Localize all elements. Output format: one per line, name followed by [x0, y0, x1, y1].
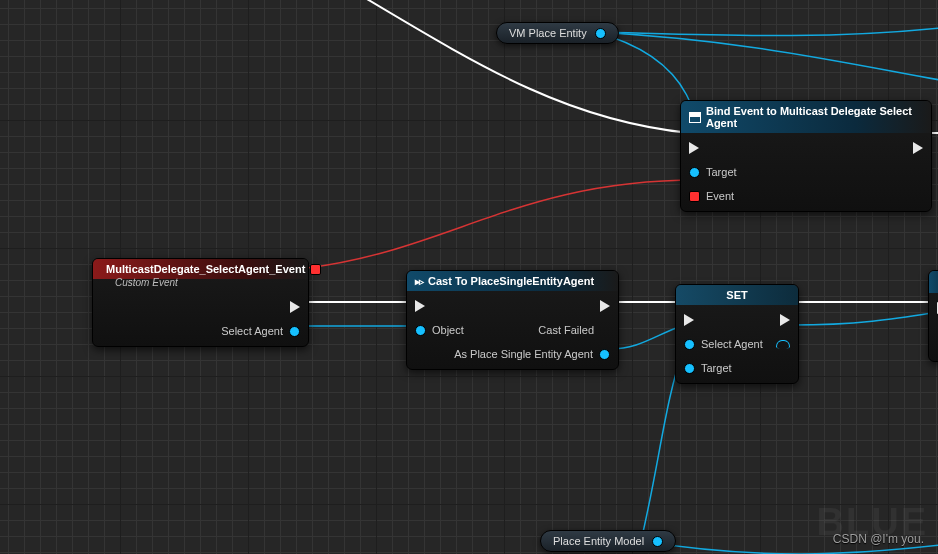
variable-pill-vm-place-entity[interactable]: VM Place Entity: [496, 22, 619, 44]
node-header: [929, 271, 938, 293]
pin-label: Target: [700, 166, 743, 178]
pin-label: Select Agent: [695, 338, 769, 350]
blueprint-canvas[interactable]: VM Place Entity Bind Event to Multicast …: [0, 0, 938, 554]
target-pin[interactable]: [689, 167, 700, 178]
node-custom-event[interactable]: MulticastDelegate_SelectAgent_Event Cust…: [92, 258, 309, 347]
as-cast-out-pin[interactable]: [599, 349, 610, 360]
cast-icon: ▸▹: [415, 276, 423, 287]
object-in-pin[interactable]: [415, 325, 426, 336]
select-agent-in-pin[interactable]: [684, 339, 695, 350]
node-header: MulticastDelegate_SelectAgent_Event: [93, 259, 308, 279]
exec-in-pin[interactable]: [689, 142, 699, 154]
target-in-pin[interactable]: [684, 363, 695, 374]
node-subtitle: Custom Event: [93, 277, 308, 292]
node-title: Bind Event to Multicast Delegate Select …: [706, 105, 923, 129]
pin-label: Event: [700, 190, 740, 202]
event-delegate-pin[interactable]: [689, 191, 700, 202]
pin-label: Object: [426, 324, 470, 336]
node-bind-event[interactable]: Bind Event to Multicast Delegate Select …: [680, 100, 932, 212]
variable-pill-place-entity-model[interactable]: Place Entity Model: [540, 530, 676, 552]
select-agent-out-pin[interactable]: [289, 326, 300, 337]
pill-label: Place Entity Model: [553, 535, 644, 547]
node-title: MulticastDelegate_SelectAgent_Event: [106, 263, 305, 275]
cast-failed-exec-pin[interactable]: [600, 324, 610, 336]
pill-label: VM Place Entity: [509, 27, 587, 39]
exec-out-pin[interactable]: [290, 301, 300, 313]
value-out-pin[interactable]: [776, 340, 790, 349]
exec-out-pin[interactable]: [780, 314, 790, 326]
pin-label: Cast Failed: [532, 324, 600, 336]
exec-in-pin[interactable]: [684, 314, 694, 326]
exec-out-pin[interactable]: [913, 142, 923, 154]
node-cast[interactable]: ▸▹ Cast To PlaceSingleEntityAgent Object…: [406, 270, 619, 370]
node-header: Bind Event to Multicast Delegate Select …: [681, 101, 931, 133]
exec-out-pin[interactable]: [600, 300, 610, 312]
node-header: SET: [676, 285, 798, 305]
pin-label: Select Agent: [215, 325, 289, 337]
output-pin[interactable]: [652, 536, 663, 547]
node-offscreen-right[interactable]: [928, 270, 938, 362]
output-pin[interactable]: [595, 28, 606, 39]
node-title: Cast To PlaceSingleEntityAgent: [428, 275, 594, 287]
pin-label: Target: [695, 362, 738, 374]
watermark-csdn: CSDN @I'm you.: [833, 532, 924, 546]
node-header: ▸▹ Cast To PlaceSingleEntityAgent: [407, 271, 618, 291]
exec-in-pin[interactable]: [415, 300, 425, 312]
pin-label: As Place Single Entity Agent: [448, 348, 599, 360]
delegate-out-pin[interactable]: [310, 264, 321, 275]
node-title: SET: [726, 289, 747, 301]
bind-icon: [689, 112, 701, 123]
node-set[interactable]: SET Select Agent Target: [675, 284, 799, 384]
